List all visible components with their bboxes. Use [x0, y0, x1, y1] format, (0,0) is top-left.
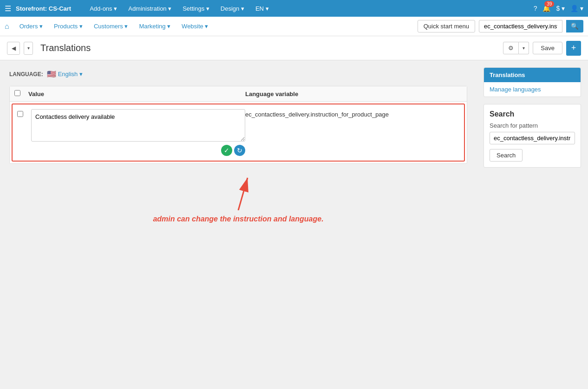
table-row: Contactless delivery available ✓ ↻ ec_co…	[12, 104, 465, 162]
top-bar: ☰ Storefront: CS-Cart Add-ons ▾ Administ…	[0, 0, 588, 17]
select-all-checkbox[interactable]	[14, 90, 20, 96]
menu-icon[interactable]: ☰	[5, 4, 11, 13]
gear-dropdown-button[interactable]: ▾	[519, 42, 529, 54]
user-menu[interactable]: 👤 ▾	[570, 5, 583, 12]
sidebar-translations-header[interactable]: Translations	[484, 68, 581, 82]
notifications-icon[interactable]: 🔔 39	[542, 5, 550, 12]
table-header: Value Language variable	[10, 86, 467, 102]
back-button[interactable]: ◀	[7, 42, 20, 55]
content-area: LANGUAGE: 🇺🇸 English ▾ Value Language va…	[0, 60, 477, 389]
settings-menu[interactable]: Settings ▾	[178, 3, 214, 14]
add-button[interactable]: +	[566, 41, 581, 56]
sidebar-translations-section: Translations Manage languages	[483, 67, 581, 97]
annotation-text: admin can change the instruction and lan…	[9, 215, 467, 223]
sidebar: Translations Manage languages Search Sea…	[477, 60, 588, 389]
top-bar-right: ? 🔔 39 $ ▾ 👤 ▾	[534, 5, 583, 12]
gear-button-group: ⚙ ▾	[503, 42, 529, 54]
save-translation-icon[interactable]: ✓	[221, 145, 232, 156]
search-pattern-label: Search for pattern	[490, 122, 575, 129]
header-value: Value	[28, 91, 245, 97]
textarea-icons: ✓ ↻	[31, 145, 245, 156]
row-langvar-cell: ec_contactless_delivery.instruction_for_…	[245, 109, 459, 118]
back-dropdown-button[interactable]: ▾	[24, 42, 33, 55]
header-check	[14, 90, 28, 97]
manage-languages-link[interactable]: Manage languages	[484, 82, 581, 97]
quick-start-button[interactable]: Quick start menu	[418, 20, 475, 32]
home-icon[interactable]: ⌂	[5, 22, 9, 31]
row-value-cell: Contactless delivery available ✓ ↻	[31, 109, 245, 156]
orders-menu[interactable]: Orders ▾	[15, 21, 47, 32]
refresh-translation-icon[interactable]: ↻	[234, 145, 245, 156]
gear-button[interactable]: ⚙	[503, 42, 519, 54]
page-title-bar: ◀ ▾ Translations ⚙ ▾ Save +	[0, 36, 588, 60]
row-checkbox-wrapper	[17, 109, 31, 118]
products-menu[interactable]: Products ▾	[49, 21, 87, 32]
language-selector[interactable]: 🇺🇸 English ▾	[47, 70, 83, 78]
annotation-area: admin can change the instruction and lan…	[9, 173, 467, 223]
page-title-actions: ⚙ ▾ Save +	[503, 41, 581, 56]
arrow-icon	[224, 173, 252, 210]
translations-table: Value Language variable Contactless deli…	[9, 86, 467, 164]
design-menu[interactable]: Design ▾	[216, 3, 249, 14]
search-pattern-input[interactable]	[490, 132, 575, 144]
language-selected: English	[58, 71, 78, 78]
save-button[interactable]: Save	[533, 42, 562, 54]
second-bar-right: Quick start menu 🔍	[418, 20, 583, 32]
value-textarea[interactable]: Contactless delivery available	[31, 109, 245, 142]
top-nav: Add-ons ▾ Administration ▾ Settings ▾ De…	[85, 3, 273, 14]
language-menu[interactable]: EN ▾	[251, 3, 274, 14]
row-checkbox[interactable]	[17, 111, 23, 117]
help-icon[interactable]: ?	[534, 5, 537, 12]
main-content: LANGUAGE: 🇺🇸 English ▾ Value Language va…	[0, 60, 588, 389]
global-search-input[interactable]	[479, 20, 562, 32]
language-bar: LANGUAGE: 🇺🇸 English ▾	[9, 70, 467, 78]
customers-menu[interactable]: Customers ▾	[89, 21, 132, 32]
search-section-title: Search	[490, 110, 575, 118]
sidebar-search-section: Search Search for pattern Search	[483, 104, 581, 168]
header-langvar: Language variable	[245, 91, 462, 97]
svg-line-1	[238, 178, 248, 210]
notification-badge: 39	[544, 1, 554, 7]
flag-icon: 🇺🇸	[47, 70, 56, 78]
language-dropdown-icon: ▾	[79, 71, 83, 78]
website-menu[interactable]: Website ▾	[177, 21, 213, 32]
second-bar: ⌂ Orders ▾ Products ▾ Customers ▾ Market…	[0, 17, 588, 36]
marketing-menu[interactable]: Marketing ▾	[134, 21, 175, 32]
language-label: LANGUAGE:	[9, 71, 43, 78]
addons-menu[interactable]: Add-ons ▾	[85, 3, 122, 14]
page-title: Translations	[40, 43, 91, 53]
currency-menu[interactable]: $ ▾	[556, 5, 565, 12]
global-search-button[interactable]: 🔍	[566, 20, 583, 32]
arrow-container	[9, 173, 467, 210]
administration-menu[interactable]: Administration ▾	[124, 3, 176, 14]
search-button[interactable]: Search	[490, 149, 523, 162]
store-name: Storefront: CS-Cart	[16, 5, 71, 12]
search-section-content: Search Search for pattern Search	[484, 104, 581, 167]
